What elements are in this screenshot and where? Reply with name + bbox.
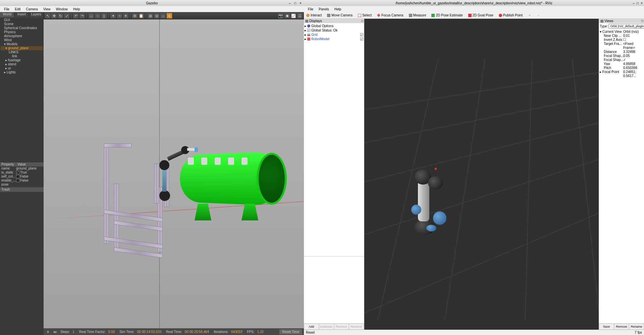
gazebo-viewport[interactable] — [44, 19, 304, 328]
focus-camera-button[interactable]: Focus Camera — [376, 13, 405, 17]
tree-stand[interactable]: ▸ stand — [1, 62, 43, 66]
tree-ground-plane[interactable]: ▾ ground_plane — [1, 46, 43, 50]
view-focal-shape2[interactable]: Focal Shap...✓ — [600, 58, 643, 62]
camera-icon[interactable]: 📷 — [278, 13, 283, 18]
menu-file[interactable]: File — [1, 7, 12, 12]
display-robotmodel[interactable]: ▸RobotModel — [305, 37, 363, 41]
menu-edit[interactable]: Edit — [12, 7, 23, 12]
view-focal-point[interactable]: ▸ Focal Point0.24851; 0.5617... — [600, 70, 643, 78]
close-icon[interactable]: × — [641, 1, 643, 5]
tree-link[interactable]: link — [1, 54, 43, 58]
sphere-icon[interactable]: ○ — [95, 13, 100, 18]
display-global-status[interactable]: ▸Global Status: Ok — [305, 28, 363, 32]
minimize-icon[interactable]: – — [288, 1, 292, 5]
tree-fuselage[interactable]: ▸ fuselage — [1, 58, 43, 62]
gazebo-titlebar[interactable]: Gazebo – □ × — [0, 0, 304, 6]
step-icon[interactable]: ⏭ — [53, 329, 58, 334]
rviz-titlebar[interactable]: /home/joshchen/humble_ur_gazebo/install/… — [304, 0, 644, 6]
undo-icon[interactable]: ↶ — [73, 13, 78, 18]
view-pitch[interactable]: Pitch0.650398 — [600, 66, 643, 70]
rotate-icon[interactable]: ↻ — [58, 13, 63, 18]
fuselage-model[interactable] — [174, 147, 285, 217]
spotlight-icon[interactable]: ✧ — [117, 13, 122, 18]
prop-name[interactable]: nameground_plane — [0, 166, 44, 171]
goal-pose-button[interactable]: 2D Goal Pose — [467, 13, 494, 17]
menu-window[interactable]: Window — [53, 7, 70, 12]
menu-camera[interactable]: Camera — [23, 7, 41, 12]
scale-icon[interactable]: ⤢ — [64, 13, 69, 18]
pause-icon[interactable]: ⏸ — [46, 329, 50, 334]
move-camera-button[interactable]: Move Camera — [326, 13, 354, 17]
save-view-button[interactable]: Save — [599, 324, 614, 330]
tab-layers[interactable]: Layers — [29, 12, 44, 17]
checkbox-icon[interactable] — [360, 38, 363, 41]
tab-insert[interactable]: Insert — [14, 12, 29, 17]
tree-ur[interactable]: ▸ ur — [1, 66, 43, 70]
view-yaw[interactable]: Yaw4.86858 — [600, 62, 643, 66]
view-icon[interactable]: ⌂ — [160, 13, 166, 18]
view-focal-shape[interactable]: Focal Shap...0.05 — [600, 54, 643, 58]
checkbox-icon[interactable] — [16, 175, 19, 178]
prop-pose[interactable]: pose — [0, 183, 44, 187]
menu-help[interactable]: Help — [332, 7, 344, 12]
minimize-icon[interactable]: – — [633, 1, 635, 5]
dirlight-icon[interactable]: ☀ — [123, 13, 128, 18]
menu-file[interactable]: File — [305, 7, 316, 12]
tree-wind[interactable]: Wind — [1, 38, 43, 42]
remove-view-button[interactable]: Remove — [614, 324, 629, 330]
tree-atmosphere[interactable]: Atmosphere — [1, 34, 43, 38]
interact-button[interactable]: Interact — [305, 13, 323, 17]
tree-gui[interactable]: GUI — [1, 18, 43, 22]
menu-view[interactable]: View — [41, 7, 53, 12]
displays-tree[interactable]: ▸Global Options ▸Global Status: Ok ▸Grid… — [304, 23, 364, 256]
steps-value[interactable]: 1 — [72, 330, 74, 334]
display-grid[interactable]: ▸Grid — [305, 32, 363, 37]
tree-spherical[interactable]: Spherical Coordinates — [1, 26, 43, 30]
view-type-select[interactable]: Orbit (rviz_default_plugins) — [608, 24, 644, 28]
select-button[interactable]: Select — [357, 13, 373, 17]
copy-icon[interactable]: ⧉ — [132, 13, 138, 18]
checkbox-icon[interactable] — [307, 29, 310, 32]
view-distance[interactable]: Distance3.32498 — [600, 50, 643, 54]
paste-icon[interactable]: 📋 — [139, 13, 144, 18]
plot-icon[interactable]: 📈 — [291, 13, 296, 18]
checkbox-icon[interactable] — [623, 38, 626, 41]
menu-help[interactable]: Help — [70, 7, 83, 12]
prop-is-static[interactable]: is_staticTrue — [0, 171, 44, 175]
pointlight-icon[interactable]: ✦ — [110, 13, 116, 18]
publish-point-button[interactable]: Publish Point — [498, 13, 524, 17]
checkbox-icon[interactable] — [16, 179, 19, 182]
close-icon[interactable]: × — [299, 1, 303, 5]
redo-icon[interactable]: ↷ — [79, 13, 85, 18]
maximize-icon[interactable]: □ — [293, 1, 297, 5]
close-panel-icon[interactable]: □ — [641, 19, 643, 23]
measure-button[interactable]: Measure — [408, 13, 427, 17]
prop-self-collide[interactable]: self_col...False — [0, 175, 44, 179]
rename-view-button[interactable]: Rename — [629, 324, 644, 330]
pose-estimate-button[interactable]: 2D Pose Estimate — [430, 13, 464, 17]
tree-physics[interactable]: Physics — [1, 30, 43, 34]
reset-time-button[interactable]: Reset Time — [279, 329, 302, 334]
log-icon[interactable]: ☰ — [297, 13, 303, 18]
view-near-clip[interactable]: Near Clip ...0.01 — [600, 34, 643, 38]
displays-header[interactable]: ▤ Displays □ — [304, 19, 364, 23]
maximize-icon[interactable]: □ — [637, 1, 639, 5]
views-header[interactable]: ▤ Views □ — [599, 19, 644, 23]
checkbox-icon[interactable] — [360, 33, 363, 36]
tree-links[interactable]: LINKS — [1, 50, 43, 54]
view-target-frame[interactable]: Target Fra...<Fixed Frame> — [600, 42, 643, 50]
rviz-viewport[interactable] — [364, 19, 599, 330]
selected-tool-icon[interactable]: ● — [167, 13, 172, 18]
views-tree[interactable]: ▾ Current ViewOrbit (rviz) Near Clip ...… — [599, 29, 644, 323]
remove-tool-button[interactable]: － — [536, 13, 541, 18]
close-panel-icon[interactable]: □ — [361, 19, 363, 23]
box-icon[interactable]: □ — [89, 13, 94, 18]
snap-icon[interactable]: ⊞ — [148, 13, 153, 18]
add-tool-button[interactable]: ＋ — [527, 13, 532, 18]
reset-button[interactable]: Reset — [306, 331, 315, 334]
cylinder-icon[interactable]: ▯ — [101, 13, 107, 18]
arrow-icon[interactable]: ↖ — [45, 13, 50, 18]
world-tree[interactable]: GUI Scene Spherical Coordinates Physics … — [0, 17, 44, 162]
menu-panels[interactable]: Panels — [316, 7, 332, 12]
tree-scene[interactable]: Scene — [1, 22, 43, 26]
